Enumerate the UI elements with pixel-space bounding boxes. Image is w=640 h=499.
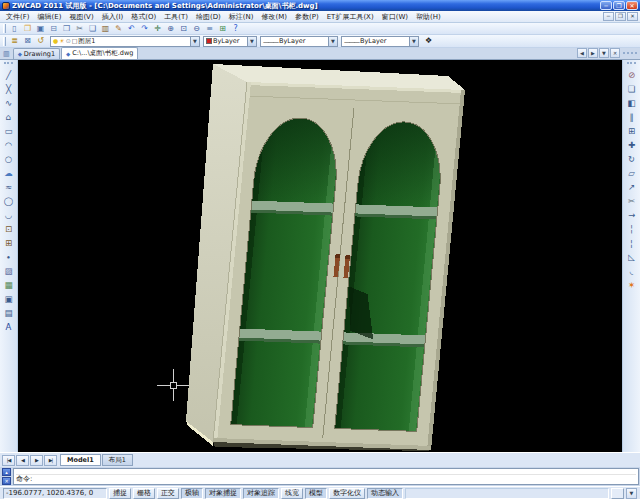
properties-icon[interactable]: ≡ [203, 23, 216, 34]
rotate-icon[interactable]: ↻ [624, 152, 639, 166]
polygon-icon[interactable]: ⌂ [1, 110, 16, 124]
break-icon[interactable]: ¦ [624, 236, 639, 250]
mirror-icon[interactable]: ◧ [624, 96, 639, 110]
color-select[interactable]: ByLayer ▼ [203, 36, 257, 47]
toolbar-grip[interactable] [623, 52, 637, 56]
extend-icon[interactable]: → [624, 208, 639, 222]
ellipse-arc-icon[interactable]: ◡ [1, 208, 16, 222]
minimize-button[interactable]: ─ [600, 1, 612, 10]
chamfer-icon[interactable]: ◺ [624, 250, 639, 264]
spline-icon[interactable]: ≈ [1, 180, 16, 194]
stretch-icon[interactable]: ↗ [624, 180, 639, 194]
line-icon[interactable]: ╱ [1, 68, 16, 82]
menu-insert[interactable]: 插入(I) [98, 11, 128, 23]
chevron-down-icon[interactable]: ▼ [409, 37, 418, 46]
last-tab-button[interactable]: ▶| [44, 455, 57, 466]
layout1-tab[interactable]: 布局1 [102, 454, 133, 466]
explode-icon[interactable]: ✶ [624, 278, 639, 292]
construction-line-icon[interactable]: ╳ [1, 82, 16, 96]
arc-icon[interactable]: ◠ [1, 138, 16, 152]
lineweight-toggle[interactable]: 线宽 [281, 488, 303, 499]
dyn-input-toggle[interactable]: 动态输入 [367, 488, 403, 499]
prev-tab-button[interactable]: ◀ [16, 455, 29, 466]
toolbar-grip[interactable] [627, 62, 636, 66]
chevron-down-icon[interactable]: ▼ [247, 37, 256, 46]
polyline-icon[interactable]: ∿ [1, 96, 16, 110]
layer-manager-icon[interactable]: ≣ [8, 36, 21, 47]
gradient-icon[interactable]: ▦ [1, 278, 16, 292]
insert-block-icon[interactable]: ⊡ [1, 222, 16, 236]
toolbar-grip[interactable] [4, 62, 13, 66]
layer-previous-icon[interactable]: ↺ [34, 36, 47, 47]
scale-icon[interactable]: ▱ [624, 166, 639, 180]
menu-dimension[interactable]: 标注(N) [225, 11, 258, 23]
help-icon[interactable]: ? [229, 23, 242, 34]
tab-scroll-right-button[interactable]: ▶ [588, 48, 598, 58]
revision-cloud-icon[interactable]: ☁ [1, 166, 16, 180]
drawing-canvas[interactable] [18, 60, 622, 452]
ortho-toggle[interactable]: 正交 [157, 488, 179, 499]
menu-draw[interactable]: 绘图(D) [192, 11, 225, 23]
chevron-down-icon[interactable]: ▼ [190, 37, 199, 46]
layer-on-bulb-icon[interactable]: ● [53, 38, 58, 44]
mdi-restore-button[interactable]: ❐ [615, 12, 626, 21]
menu-help[interactable]: 帮助(H) [412, 11, 445, 23]
undo-icon[interactable]: ↶ [125, 23, 138, 34]
close-button[interactable]: ✕ [626, 1, 638, 10]
plot-icon[interactable]: ⊟ [47, 23, 60, 34]
chevron-down-icon[interactable]: ▼ [328, 37, 337, 46]
redo-icon[interactable]: ↷ [138, 23, 151, 34]
status-tray-box[interactable] [611, 488, 624, 499]
menu-modify[interactable]: 修改(M) [257, 11, 291, 23]
cut-icon[interactable]: ✂ [73, 23, 86, 34]
table-icon[interactable]: ▤ [1, 306, 16, 320]
zoom-previous-icon[interactable]: ⊖ [190, 23, 203, 34]
command-close-button[interactable]: ✕ [2, 477, 11, 485]
layer-states-icon[interactable]: ⊠ [21, 36, 34, 47]
lineweight-select[interactable]: ——— ByLayer ▼ [341, 36, 419, 47]
menu-edit[interactable]: 编辑(E) [34, 11, 66, 23]
copy-icon[interactable]: ❏ [86, 23, 99, 34]
model-tab[interactable]: Model1 [60, 454, 101, 466]
tablet-toggle[interactable]: 数字化仪 [329, 488, 365, 499]
menu-view[interactable]: 视图(V) [65, 11, 97, 23]
layer-match-icon[interactable]: ❖ [422, 36, 435, 47]
copy-object-icon[interactable]: ❏ [624, 82, 639, 96]
circle-icon[interactable]: ○ [1, 152, 16, 166]
menu-tools[interactable]: 工具(T) [160, 11, 192, 23]
layer-color-swatch-icon[interactable]: □ [72, 38, 78, 44]
tab-close-button[interactable]: ✕ [610, 48, 620, 58]
menu-parametric[interactable]: 参数(P) [291, 11, 323, 23]
make-block-icon[interactable]: ⊞ [1, 236, 16, 250]
mdi-minimize-button[interactable]: ─ [603, 12, 614, 21]
design-center-icon[interactable]: ⊞ [216, 23, 229, 34]
linetype-select[interactable]: ——— ByLayer ▼ [260, 36, 338, 47]
osnap-toggle[interactable]: 对象捕捉 [205, 488, 241, 499]
command-expand-button[interactable]: ▴ [2, 468, 11, 476]
tab-menu-button[interactable]: ▼ [599, 48, 609, 58]
next-tab-button[interactable]: ▶ [30, 455, 43, 466]
hatch-icon[interactable]: ▨ [1, 264, 16, 278]
mdi-close-button[interactable]: ✕ [627, 12, 638, 21]
model-space-toggle[interactable]: 模型 [305, 488, 327, 499]
doc-tab-drawing1[interactable]: ◆ Drawing1 [13, 48, 60, 59]
otrack-toggle[interactable]: 对象追踪 [243, 488, 279, 499]
restore-button[interactable]: ❐ [613, 1, 625, 10]
break-at-point-icon[interactable]: ╎ [624, 222, 639, 236]
menu-format[interactable]: 格式(O) [127, 11, 160, 23]
ellipse-icon[interactable]: ◯ [1, 194, 16, 208]
tab-scroll-left-button[interactable]: ◀ [577, 48, 587, 58]
grid-toggle[interactable]: 栅格 [133, 488, 155, 499]
layer-thaw-sun-icon[interactable]: ☀ [59, 38, 64, 44]
doc-tab-shugui[interactable]: ◆ C:\...\桌面\书柜.dwg [61, 47, 138, 59]
menu-file[interactable]: 文件(F) [2, 11, 34, 23]
status-menu-button[interactable]: ▼ [626, 488, 637, 499]
array-icon[interactable]: ⊞ [624, 124, 639, 138]
move-icon[interactable]: ✚ [624, 138, 639, 152]
layer-select[interactable]: ●☀⊙□ 图层1 ▼ [50, 36, 200, 47]
offset-icon[interactable]: ∥ [624, 110, 639, 124]
toolbar-grip[interactable] [3, 24, 6, 33]
match-properties-icon[interactable]: ✎ [112, 23, 125, 34]
zoom-window-icon[interactable]: ⊡ [177, 23, 190, 34]
first-tab-button[interactable]: |◀ [2, 455, 15, 466]
